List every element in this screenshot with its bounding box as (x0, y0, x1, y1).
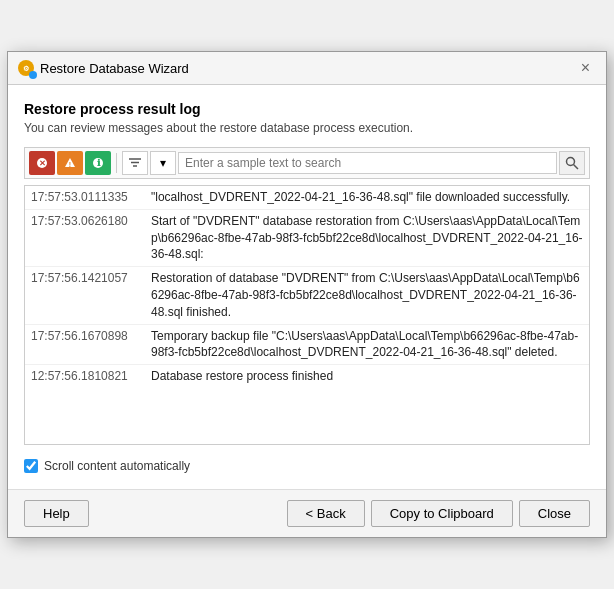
section-desc: You can review messages about the restor… (24, 121, 590, 135)
log-timestamp: 17:57:53.0111335 (25, 186, 145, 209)
dialog-title: Restore Database Wizard (40, 61, 189, 76)
dialog-footer: Help < Back Copy to Clipboard Close (8, 489, 606, 537)
search-button[interactable] (559, 151, 585, 175)
log-message: "localhost_DVDRENT_2022-04-21_16-36-48.s… (145, 186, 589, 209)
log-row: 12:57:56.1810821Database restore process… (25, 365, 589, 388)
svg-text:!: ! (69, 161, 71, 168)
dialog-body: Restore process result log You can revie… (8, 85, 606, 489)
scroll-auto-row: Scroll content automatically (24, 455, 590, 477)
svg-text:✕: ✕ (39, 159, 46, 168)
log-timestamp: 12:57:56.1810821 (25, 365, 145, 388)
info-filter-button[interactable]: ℹ (85, 151, 111, 175)
copy-to-clipboard-button[interactable]: Copy to Clipboard (371, 500, 513, 527)
svg-point-11 (567, 158, 575, 166)
scroll-auto-label: Scroll content automatically (44, 459, 190, 473)
svg-line-12 (574, 165, 579, 170)
log-row: 17:57:53.0626180Start of "DVDRENT" datab… (25, 209, 589, 266)
help-button[interactable]: Help (24, 500, 89, 527)
svg-text:⚙: ⚙ (23, 65, 29, 72)
warning-filter-button[interactable]: ! (57, 151, 83, 175)
title-bar-left: ⚙ Restore Database Wizard (18, 60, 189, 76)
log-row: 17:57:56.1670898Temporary backup file "C… (25, 324, 589, 365)
wizard-icon: ⚙ (18, 60, 34, 76)
log-message: Restoration of database "DVDRENT" from C… (145, 267, 589, 324)
error-filter-button[interactable]: ✕ (29, 151, 55, 175)
log-table: 17:57:53.0111335"localhost_DVDRENT_2022-… (25, 186, 589, 388)
log-row: 17:57:53.0111335"localhost_DVDRENT_2022-… (25, 186, 589, 209)
log-timestamp: 17:57:56.1670898 (25, 324, 145, 365)
filter-button[interactable] (122, 151, 148, 175)
close-title-bar-button[interactable]: × (575, 58, 596, 78)
log-message: Temporary backup file "C:\Users\aas\AppD… (145, 324, 589, 365)
search-input[interactable] (178, 152, 557, 174)
log-toolbar: ✕ ! ℹ (24, 147, 590, 179)
log-timestamp: 17:57:53.0626180 (25, 209, 145, 266)
log-message: Database restore process finished (145, 365, 589, 388)
log-row: 17:57:56.1421057Restoration of database … (25, 267, 589, 324)
log-container[interactable]: 17:57:53.0111335"localhost_DVDRENT_2022-… (24, 185, 590, 445)
section-title: Restore process result log (24, 101, 590, 117)
toolbar-separator (116, 153, 117, 173)
log-timestamp: 17:57:56.1421057 (25, 267, 145, 324)
restore-database-wizard-dialog: ⚙ Restore Database Wizard × Restore proc… (7, 51, 607, 538)
close-button[interactable]: Close (519, 500, 590, 527)
back-button[interactable]: < Back (287, 500, 365, 527)
footer-left: Help (24, 500, 89, 527)
scroll-auto-checkbox[interactable] (24, 459, 38, 473)
title-bar: ⚙ Restore Database Wizard × (8, 52, 606, 85)
dropdown-filter-button[interactable]: ▾ (150, 151, 176, 175)
log-message: Start of "DVDRENT" database restoration … (145, 209, 589, 266)
footer-right: < Back Copy to Clipboard Close (287, 500, 590, 527)
